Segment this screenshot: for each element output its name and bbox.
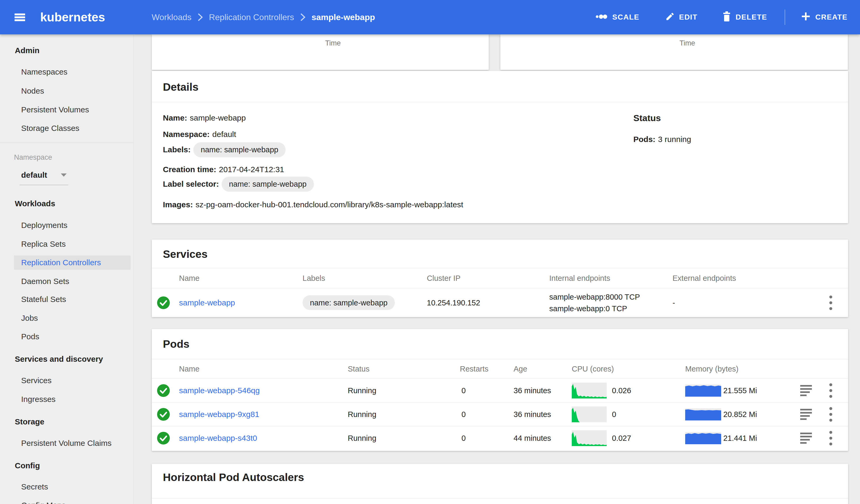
pod-row: sample-webapp-546qg Running 0 36 minutes… [152, 378, 848, 402]
sidebar-item-replication-controllers[interactable]: Replication Controllers [21, 258, 101, 267]
col-header-cluster-ip: Cluster IP [427, 274, 460, 283]
sidebar-item-stateful-sets[interactable]: Stateful Sets [21, 294, 66, 304]
check-circle-icon [157, 297, 170, 309]
services-header-row: Name Labels Cluster IP Internal endpoint… [152, 268, 848, 288]
detail-row-name: Name: sample-webapp [163, 113, 246, 123]
check-circle-icon [157, 384, 170, 397]
pod-age: 36 minutes [514, 410, 551, 419]
pod-memory-value: 21.441 Mi [723, 434, 757, 442]
pods-card: Pods Name Status Restarts Age CPU (cores… [152, 329, 848, 451]
pod-row: sample-webapp-s43t0 Running 0 44 minutes… [152, 426, 848, 450]
menu-icon[interactable] [15, 14, 25, 21]
cpu-sparkline-chart [572, 406, 607, 422]
logs-icon[interactable] [800, 409, 812, 420]
pod-restarts: 0 [461, 434, 466, 442]
pod-name-link[interactable]: sample-webapp-546qg [179, 386, 260, 395]
pods-title: Pods [163, 338, 189, 350]
service-cluster-ip: 10.254.190.152 [427, 298, 480, 307]
breadcrumb-replication-controllers[interactable]: Replication Controllers [209, 12, 294, 22]
check-circle-icon [157, 432, 170, 445]
pod-status: Running [348, 434, 376, 442]
breadcrumb-current: sample-webapp [312, 12, 375, 22]
logs-icon[interactable] [800, 385, 812, 396]
toolbar-actions: SCALE EDIT DELETE CREATE [595, 10, 848, 25]
sidebar-item-nodes[interactable]: Nodes [21, 86, 44, 96]
memory-usage-chart-card: Time [500, 34, 848, 70]
cpu-sparkline-chart [572, 383, 607, 399]
memory-bar-chart [685, 432, 721, 444]
sidebar-item-persistent-volumes[interactable]: Persistent Volumes [21, 105, 89, 115]
create-button[interactable]: CREATE [801, 12, 848, 23]
breadcrumb: Workloads Replication Controllers sample… [152, 12, 375, 22]
hpa-card: Horizontal Pod Autoscalers [152, 464, 848, 504]
sidebar-item-daemon-sets[interactable]: Daemon Sets [21, 277, 69, 286]
col-header-name: Name [179, 274, 199, 283]
row-menu-icon[interactable] [829, 383, 832, 398]
scale-icon [595, 13, 607, 21]
app-bar: kubernetes Workloads Replication Control… [0, 0, 860, 34]
sidebar-item-deployments[interactable]: Deployments [21, 220, 68, 230]
sidebar-item-jobs[interactable]: Jobs [21, 313, 38, 323]
sidebar-item-persistent-volume-claims[interactable]: Persistent Volume Claims [21, 438, 112, 448]
toolbar-divider [785, 10, 785, 25]
services-card: Services Name Labels Cluster IP Internal… [152, 240, 848, 317]
sidebar-item-ingresses[interactable]: Ingresses [21, 394, 56, 404]
pod-age: 36 minutes [514, 386, 551, 395]
sidebar-nav: Admin Namespaces Nodes Persistent Volume… [0, 34, 133, 504]
service-name-link[interactable]: sample-webapp [179, 298, 235, 307]
pod-restarts: 0 [461, 410, 466, 419]
sidebar-item-config-maps[interactable]: Config Maps [21, 501, 66, 504]
card-divider [152, 102, 848, 102]
memory-bar-chart [685, 408, 721, 420]
status-section-title: Status [633, 113, 661, 123]
pod-cpu-value: 0.027 [612, 434, 631, 442]
col-header-labels: Labels [302, 274, 325, 283]
sidebar-section-services-discovery: Services and discovery [15, 354, 103, 364]
detail-row-labels: Labels: name: sample-webapp [163, 144, 286, 155]
pod-name-link[interactable]: sample-webapp-9xg81 [179, 410, 259, 419]
scale-button[interactable]: SCALE [595, 13, 639, 21]
sidebar-section-admin: Admin [15, 46, 39, 55]
service-row: sample-webapp name: sample-webapp 10.254… [152, 288, 848, 317]
caret-down-icon[interactable] [61, 173, 67, 177]
pod-name-link[interactable]: sample-webapp-s43t0 [179, 434, 257, 443]
sidebar-item-replica-sets[interactable]: Replica Sets [21, 239, 66, 249]
service-external-endpoints: - [673, 298, 675, 307]
breadcrumb-workloads[interactable]: Workloads [152, 12, 191, 22]
col-header-cpu: CPU (cores) [572, 364, 614, 373]
pod-cpu-value: 0.026 [612, 386, 631, 395]
pod-status: Running [348, 386, 376, 395]
namespace-select[interactable]: default [21, 170, 47, 180]
detail-row-label-selector: Label selector: name: sample-webapp [163, 179, 314, 189]
pod-status: Running [348, 410, 376, 419]
delete-button[interactable]: DELETE [723, 11, 767, 23]
sidebar-item-services[interactable]: Services [21, 376, 52, 385]
col-header-external-endpoints: External endpoints [673, 274, 736, 283]
col-header-name: Name [179, 364, 199, 373]
pod-memory-value: 21.555 Mi [723, 386, 757, 395]
hpa-title: Horizontal Pod Autoscalers [163, 471, 304, 484]
sidebar-item-storage-classes[interactable]: Storage Classes [21, 124, 79, 133]
sidebar-item-pods[interactable]: Pods [21, 332, 39, 341]
sidebar-item-secrets[interactable]: Secrets [21, 482, 48, 492]
trash-icon [723, 11, 731, 23]
chart-x-axis-label: Time [164, 39, 501, 47]
row-menu-icon[interactable] [829, 431, 832, 445]
details-title: Details [163, 81, 198, 93]
sidebar-item-namespaces[interactable]: Namespaces [21, 67, 68, 77]
cpu-sparkline-chart [572, 430, 607, 446]
detail-row-namespace: Namespace: default [163, 129, 236, 140]
logs-icon[interactable] [800, 433, 812, 444]
app-logo[interactable]: kubernetes [40, 10, 105, 24]
col-header-age: Age [514, 364, 527, 373]
row-menu-icon[interactable] [829, 296, 832, 310]
memory-bar-chart [685, 385, 721, 397]
edit-button[interactable]: EDIT [665, 12, 698, 23]
label-selector-chip: name: sample-webapp [221, 177, 314, 192]
details-card: Details Name: sample-webapp Namespace: d… [152, 71, 848, 223]
services-title: Services [163, 248, 207, 260]
pods-header-row: Name Status Restarts Age CPU (cores) Mem… [152, 359, 848, 378]
detail-row-creation-time: Creation time: 2017-04-24T12:31 [163, 164, 284, 175]
sidebar-section-workloads: Workloads [15, 199, 55, 208]
row-menu-icon[interactable] [829, 407, 832, 421]
